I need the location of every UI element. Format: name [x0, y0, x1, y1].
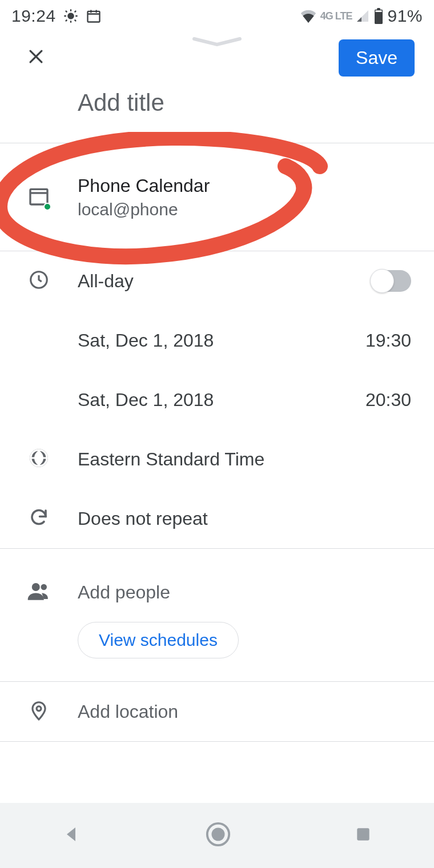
view-schedules-button[interactable]: View schedules: [78, 622, 239, 658]
calendar-name: Phone Calendar: [78, 175, 210, 196]
svg-rect-5: [30, 189, 47, 204]
end-date[interactable]: Sat, Dec 1, 2018: [78, 389, 214, 411]
add-people-placeholder: Add people: [78, 582, 170, 603]
svg-rect-4: [376, 10, 382, 12]
save-button[interactable]: Save: [339, 39, 415, 77]
repeat-icon: [29, 507, 49, 530]
end-time[interactable]: 20:30: [365, 389, 411, 411]
end-datetime-row[interactable]: Sat, Dec 1, 2018 20:30: [0, 370, 434, 429]
nav-home-icon[interactable]: [205, 821, 231, 850]
nav-back-icon[interactable]: [62, 824, 82, 847]
nav-recent-icon[interactable]: [354, 825, 372, 846]
svg-point-10: [37, 706, 41, 711]
svg-point-0: [67, 13, 74, 19]
svg-rect-1: [87, 11, 99, 22]
svg-point-9: [41, 584, 47, 590]
status-time: 19:24: [11, 6, 56, 26]
drag-handle-icon[interactable]: [188, 37, 246, 50]
editor-header: Save: [0, 32, 434, 83]
start-time[interactable]: 19:30: [365, 330, 411, 351]
location-pin-icon: [28, 700, 50, 724]
globe-icon: [28, 447, 50, 471]
network-4g-icon: 4G LTE: [320, 10, 352, 22]
calendar-selector-row[interactable]: Phone Calendar local@phone: [0, 143, 434, 251]
all-day-label: All-day: [78, 271, 134, 292]
event-title-input[interactable]: [78, 89, 434, 116]
svg-rect-3: [377, 8, 381, 10]
android-nav-bar: [0, 803, 434, 868]
title-row: [0, 83, 434, 143]
svg-point-8: [32, 583, 40, 591]
add-location-placeholder: Add location: [78, 701, 178, 722]
brightness-icon: [63, 8, 79, 24]
divider: [0, 741, 434, 742]
start-datetime-row[interactable]: Sat, Dec 1, 2018 19:30: [0, 311, 434, 370]
timezone-label: Eastern Standard Time: [78, 449, 264, 470]
wifi-icon: [300, 9, 317, 23]
repeat-row[interactable]: Does not repeat: [0, 489, 434, 548]
battery-icon: [373, 8, 384, 24]
close-icon[interactable]: [26, 45, 46, 70]
calendar-account: local@phone: [78, 200, 210, 219]
android-status-bar: 19:24 4G LTE 91%: [0, 0, 434, 32]
calendar-status-icon: [86, 8, 102, 24]
add-people-row[interactable]: Add people: [0, 562, 434, 622]
battery-percent: 91%: [387, 6, 423, 26]
all-day-toggle[interactable]: [371, 270, 411, 292]
svg-rect-13: [357, 828, 369, 840]
start-date[interactable]: Sat, Dec 1, 2018: [78, 330, 214, 351]
svg-point-12: [211, 828, 224, 841]
all-day-row[interactable]: All-day: [0, 251, 434, 311]
clock-icon: [28, 269, 50, 293]
calendar-source-icon: [27, 184, 50, 210]
add-location-row[interactable]: Add location: [0, 682, 434, 741]
cell-signal-icon: [355, 9, 370, 23]
repeat-label: Does not repeat: [78, 508, 208, 529]
timezone-row[interactable]: Eastern Standard Time: [0, 429, 434, 489]
people-icon: [27, 579, 51, 605]
